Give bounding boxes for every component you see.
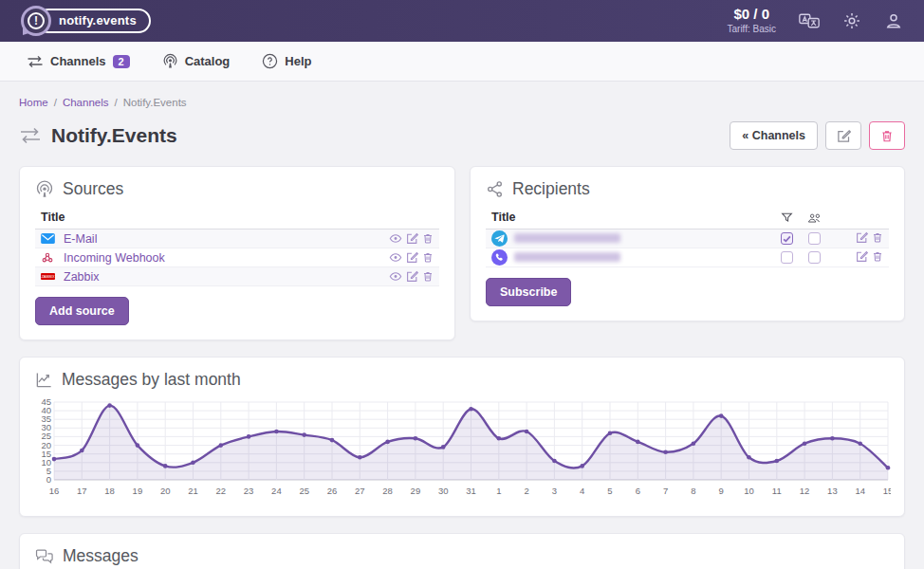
trash-icon[interactable]: [872, 250, 883, 266]
breadcrumb-separator: /: [114, 97, 117, 108]
balance-widget[interactable]: $0 / 0 Tariff: Basic: [728, 6, 777, 35]
edit-icon[interactable]: [406, 232, 418, 245]
svg-text:18: 18: [104, 486, 115, 496]
edit-channel-button[interactable]: [825, 121, 861, 150]
messages-card: Messages Title Preview Priority Level: [19, 533, 905, 569]
breadcrumb-current: Notify.Events: [123, 97, 187, 108]
view-icon[interactable]: [389, 232, 402, 245]
recipient-check-1-0[interactable]: [781, 251, 793, 264]
recipient-check-0-1[interactable]: [808, 232, 821, 245]
trash-icon[interactable]: [422, 270, 434, 283]
svg-text:24: 24: [271, 486, 282, 496]
viber-icon: [491, 249, 508, 266]
svg-text:19: 19: [133, 486, 143, 496]
edit-icon[interactable]: [406, 251, 418, 264]
svg-text:22: 22: [216, 486, 227, 496]
profile-icon[interactable]: [884, 11, 903, 30]
subscribe-button[interactable]: Subscribe: [486, 278, 571, 306]
messages-chart-svg: 0510152025303540451617181920212223242526…: [35, 397, 891, 498]
svg-text:1: 1: [496, 486, 501, 496]
edit-icon[interactable]: [406, 270, 418, 283]
svg-text:45: 45: [41, 397, 51, 407]
messages-chat-icon: [35, 548, 54, 565]
breadcrumb: Home / Channels / Notify.Events: [19, 97, 905, 108]
recipient-name-redacted: [514, 233, 620, 243]
delete-channel-button[interactable]: [869, 121, 905, 150]
trash-icon[interactable]: [872, 231, 883, 247]
breadcrumb-channels-link[interactable]: Channels: [63, 97, 109, 108]
chart-card: Messages by last month 05101520253035404…: [19, 357, 905, 517]
nav-help-label: Help: [285, 54, 311, 68]
svg-text:16: 16: [49, 486, 60, 496]
balance-amount: $0 / 0: [728, 6, 777, 24]
svg-text:20: 20: [160, 486, 171, 496]
svg-text:15: 15: [883, 486, 891, 496]
edit-icon[interactable]: [856, 231, 868, 247]
source-name-link[interactable]: Zabbix: [64, 270, 389, 284]
chart-line-icon: [35, 371, 53, 389]
recipient-name-redacted: [514, 252, 620, 262]
svg-text:26: 26: [327, 486, 338, 496]
source-row-webhook: Incoming Webhook: [35, 248, 439, 267]
svg-text:2: 2: [524, 486, 528, 496]
telegram-icon: [491, 230, 508, 247]
recipient-row-telegram: [486, 229, 889, 248]
chart-title: Messages by last month: [62, 370, 241, 390]
svg-text:17: 17: [77, 486, 87, 496]
edit-icon: [837, 129, 851, 143]
breadcrumb-separator: /: [54, 97, 57, 108]
svg-text:14: 14: [855, 486, 865, 496]
zabbix-icon: ZABBIX: [41, 273, 57, 280]
nav-catalog-label: Catalog: [185, 54, 231, 68]
recipient-check-0-0[interactable]: [781, 232, 793, 245]
svg-text:29: 29: [411, 486, 421, 496]
svg-text:12: 12: [800, 486, 810, 496]
view-icon[interactable]: [389, 251, 402, 264]
source-name-link[interactable]: Incoming Webhook: [64, 251, 389, 265]
nav-item-catalog[interactable]: Catalog: [162, 53, 231, 69]
webhook-icon: [41, 251, 57, 264]
nav-item-channels[interactable]: Channels 2: [27, 54, 130, 68]
svg-text:9: 9: [719, 486, 724, 496]
app-logo[interactable]: ! notify.events: [21, 6, 151, 36]
trash-icon[interactable]: [422, 251, 434, 264]
svg-text:ZABBIX: ZABBIX: [41, 274, 55, 279]
recipients-card: Recipients Title: [470, 166, 905, 321]
sources-title: Sources: [63, 179, 123, 199]
settings-icon[interactable]: [842, 11, 861, 30]
svg-text:31: 31: [466, 486, 476, 496]
nav-item-help[interactable]: Help: [262, 53, 311, 69]
recipients-col-title: Title: [491, 211, 773, 224]
svg-text:4: 4: [580, 486, 584, 496]
add-source-button[interactable]: Add source: [35, 297, 129, 325]
source-name-link[interactable]: E-Mail: [64, 232, 389, 246]
recipient-check-1-1[interactable]: [808, 251, 821, 264]
svg-text:3: 3: [552, 486, 557, 496]
trash-icon[interactable]: [422, 232, 434, 245]
filter-icon[interactable]: [773, 211, 801, 224]
svg-text:11: 11: [772, 486, 782, 496]
edit-icon[interactable]: [856, 250, 868, 266]
svg-text:30: 30: [438, 486, 449, 496]
logo-text: notify.events: [36, 9, 151, 33]
catalog-broadcast-icon: [162, 53, 178, 69]
exclamation-icon: !: [28, 12, 45, 29]
breadcrumb-home-link[interactable]: Home: [19, 97, 48, 108]
language-icon[interactable]: [799, 12, 820, 29]
source-row-zabbix: ZABBIX Zabbix: [35, 267, 439, 286]
recipients-share-icon: [486, 180, 504, 198]
trash-icon: [880, 129, 894, 143]
svg-text:28: 28: [382, 486, 393, 496]
group-icon[interactable]: [801, 211, 828, 224]
help-question-icon: [262, 53, 278, 69]
svg-text:21: 21: [188, 486, 198, 496]
view-icon[interactable]: [389, 270, 402, 283]
sources-table-header: Title: [35, 208, 439, 229]
source-row-email: E-Mail: [35, 229, 439, 248]
back-to-channels-button[interactable]: « Channels: [730, 121, 818, 150]
svg-text:7: 7: [663, 486, 668, 496]
recipients-title: Recipients: [512, 179, 590, 199]
svg-text:23: 23: [244, 486, 254, 496]
messages-title: Messages: [63, 546, 139, 566]
topbar: ! notify.events $0 / 0 Tariff: Basic: [0, 0, 924, 42]
